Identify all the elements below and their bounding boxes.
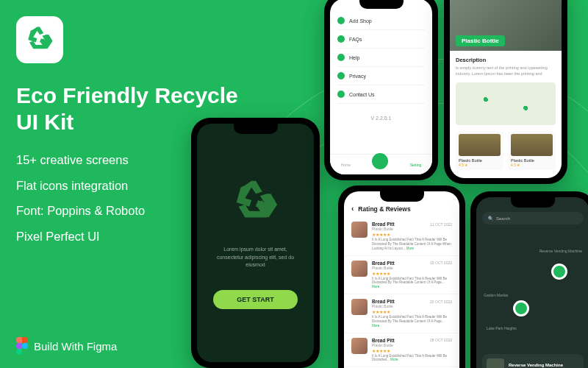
feature-item: Pixel Perfect UI xyxy=(16,224,145,250)
bottom-nav: Home Setting xyxy=(330,154,432,174)
headline-line1: Eco Friendly Recycle xyxy=(16,82,238,109)
phone-mockup-onboarding: Lorem ipsum dolor sit amet, consectetur … xyxy=(191,118,320,368)
feature-item: Flat icons integration xyxy=(16,173,145,199)
app-logo-badge xyxy=(16,16,63,63)
bullet-icon xyxy=(337,35,345,43)
nav-setting[interactable]: Setting xyxy=(410,163,422,167)
related-card[interactable]: Plastic Bottle 4.5 ★ xyxy=(508,131,556,170)
map-pin[interactable] xyxy=(551,263,567,280)
card-rating: 4.5 ★ xyxy=(511,163,553,167)
review-date: 20 OCT 2022 xyxy=(430,300,452,304)
review-text: It Is A Long Established Fact That A Rea… xyxy=(372,354,452,363)
reviewer-name: Bread Pitt xyxy=(372,222,395,227)
review-subtitle: Plastic Bottle xyxy=(372,227,452,231)
svg-point-0 xyxy=(22,343,28,349)
bullet-icon xyxy=(337,17,345,24)
review-date: 28 OCT 2022 xyxy=(430,338,452,342)
mini-map[interactable] xyxy=(456,82,556,125)
map-pin[interactable] xyxy=(513,300,529,316)
phone-mockup-detail: Plastic Bottle Description is simply dum… xyxy=(444,0,567,184)
review-date: 11 OCT 2022 xyxy=(430,222,452,227)
avatar xyxy=(351,222,368,238)
map-bottom-card[interactable]: Reverse Vending Machine Plastic xyxy=(482,354,584,368)
figma-badge: Build With Figma xyxy=(16,337,117,355)
card-thumb xyxy=(487,358,504,368)
description-text: is simply dummy text of the printing and… xyxy=(456,66,556,77)
recycle-icon xyxy=(230,177,282,228)
review-item[interactable]: Bread Pitt15 OCT 2022Plastic Bottle★★★★★… xyxy=(344,256,459,295)
avatar xyxy=(351,299,368,315)
bullet-icon xyxy=(337,72,345,79)
review-subtitle: Plastic Bottle xyxy=(372,343,452,347)
review-item[interactable]: Bread Pitt11 OCT 2022Plastic Bottle★★★★★… xyxy=(344,217,459,256)
settings-item-privacy[interactable]: Privacy xyxy=(337,67,425,85)
star-rating: ★★★★★ xyxy=(372,271,452,276)
phone-notch xyxy=(380,191,424,202)
review-text: It Is A Long Established Fact That A Rea… xyxy=(372,238,452,251)
review-text: It Is A Long Established Fact That A Rea… xyxy=(372,277,452,290)
bullet-icon xyxy=(337,91,345,98)
review-text: It Is A Long Established Fact That A Rea… xyxy=(372,315,452,328)
star-rating: ★★★★★ xyxy=(372,348,452,353)
phone-notch xyxy=(234,124,278,134)
review-date: 15 OCT 2022 xyxy=(430,261,452,265)
phone-mockup-reviews: ‹ Rating & Reviews Bread Pitt11 OCT 2022… xyxy=(338,185,465,368)
map-label: Lake Park Heights xyxy=(487,326,517,330)
settings-item-faqs[interactable]: FAQs xyxy=(337,30,425,49)
map-view[interactable]: 🔍Search Reverse Vending Machine Garden M… xyxy=(476,197,588,368)
avatar xyxy=(351,338,368,354)
settings-item-help[interactable]: Help xyxy=(337,49,425,67)
back-icon[interactable]: ‹ xyxy=(351,205,354,213)
phone-notch xyxy=(359,0,404,9)
phone-mockup-settings: Add Shop FAQs Help Privacy Contact Us V … xyxy=(324,0,438,180)
related-card[interactable]: Plastic Bottle 4.5 ★ xyxy=(456,131,503,170)
detail-title-badge: Plastic Bottle xyxy=(456,35,505,46)
review-item[interactable]: Bread Pitt28 OCT 2022Plastic Bottle★★★★★… xyxy=(344,333,459,368)
figma-icon xyxy=(16,337,28,355)
reviews-heading: Rating & Reviews xyxy=(358,205,410,213)
star-rating: ★★★★★ xyxy=(372,232,452,237)
settings-item-contact[interactable]: Contact Us xyxy=(337,85,425,104)
phone-mockup-map: 🔍Search Reverse Vending Machine Garden M… xyxy=(470,191,588,368)
get-start-button[interactable]: GET START xyxy=(213,290,297,309)
map-label: Reverse Vending Machine xyxy=(539,249,582,253)
reviewer-name: Bread Pitt xyxy=(372,261,395,266)
avatar xyxy=(351,261,368,277)
figma-label: Build With Figma xyxy=(34,340,117,353)
nav-fab-button[interactable] xyxy=(372,153,388,169)
description-heading: Description xyxy=(456,57,556,63)
search-input[interactable]: 🔍Search xyxy=(482,212,584,224)
bullet-icon xyxy=(337,54,345,61)
card-rating: 4.5 ★ xyxy=(459,163,501,167)
map-label: Garden Market xyxy=(484,293,508,297)
detail-hero-image: Plastic Bottle xyxy=(450,0,562,51)
card-image xyxy=(459,134,501,156)
card-image xyxy=(511,134,553,156)
reviewer-name: Bread Pitt xyxy=(372,299,395,304)
star-rating: ★★★★★ xyxy=(372,309,452,314)
review-subtitle: Plastic Bottle xyxy=(372,304,452,308)
settings-item-add-shop[interactable]: Add Shop xyxy=(337,12,425,30)
feature-item: 15+ creative screens xyxy=(16,147,145,173)
review-item[interactable]: Bread Pitt20 OCT 2022Plastic Bottle★★★★★… xyxy=(344,294,459,333)
onboarding-text: Lorem ipsum dolor sit amet, consectetur … xyxy=(212,246,299,269)
feature-list: 15+ creative screens Flat icons integrat… xyxy=(16,147,145,250)
nav-home[interactable]: Home xyxy=(341,163,351,167)
reviewer-name: Bread Pitt xyxy=(372,338,395,343)
phone-notch xyxy=(511,197,555,208)
search-icon: 🔍 xyxy=(488,216,493,221)
version-label: V 2.2.0.1 xyxy=(337,116,425,121)
feature-item: Font: Poppins & Roboto xyxy=(16,198,145,224)
review-subtitle: Plastic Bottle xyxy=(372,266,452,270)
recycle-icon xyxy=(24,24,55,55)
